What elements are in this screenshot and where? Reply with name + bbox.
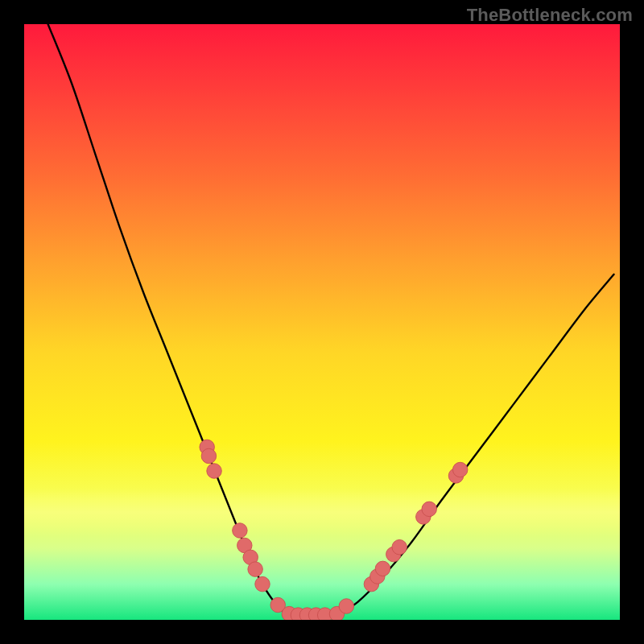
data-dot [452,462,468,477]
data-dot [255,576,270,592]
plot-area [24,24,620,620]
bottleneck-curve [48,24,614,620]
data-dot [392,539,407,555]
data-dot [207,464,222,479]
data-dot [233,523,248,539]
outer-black-frame: TheBottleneck.com [0,0,644,644]
data-dot [201,448,217,464]
chart-svg [24,24,620,620]
data-dot [375,561,390,576]
watermark-text: TheBottleneck.com [467,5,633,26]
data-dot [339,599,354,614]
data-dot [422,502,437,517]
data-dot [248,562,263,577]
